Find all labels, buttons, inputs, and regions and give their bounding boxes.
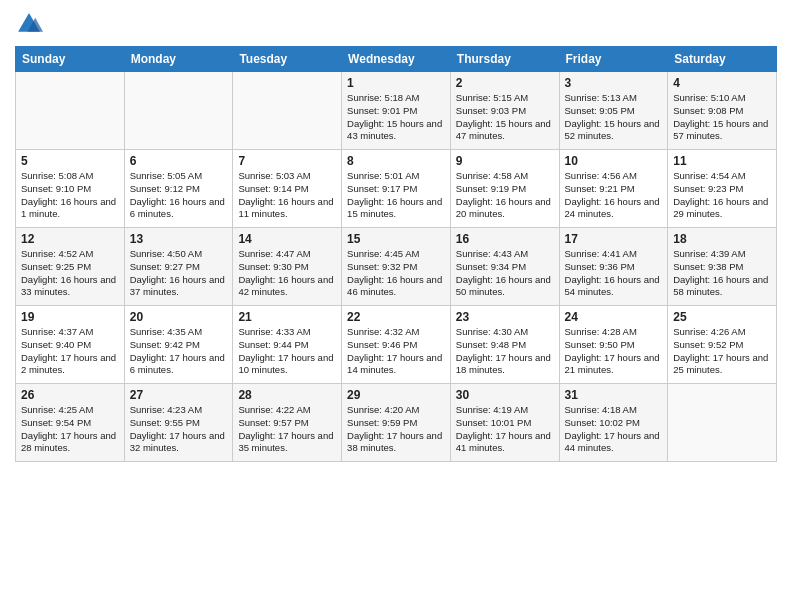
- calendar-cell: [124, 72, 233, 150]
- calendar-cell: 26Sunrise: 4:25 AM Sunset: 9:54 PM Dayli…: [16, 384, 125, 462]
- day-info: Sunrise: 4:39 AM Sunset: 9:38 PM Dayligh…: [673, 248, 771, 299]
- calendar-week-1: 1Sunrise: 5:18 AM Sunset: 9:01 PM Daylig…: [16, 72, 777, 150]
- calendar-cell: 30Sunrise: 4:19 AM Sunset: 10:01 PM Dayl…: [450, 384, 559, 462]
- calendar-cell: [668, 384, 777, 462]
- calendar-cell: 13Sunrise: 4:50 AM Sunset: 9:27 PM Dayli…: [124, 228, 233, 306]
- day-number: 18: [673, 232, 771, 246]
- calendar-week-3: 12Sunrise: 4:52 AM Sunset: 9:25 PM Dayli…: [16, 228, 777, 306]
- calendar-cell: 29Sunrise: 4:20 AM Sunset: 9:59 PM Dayli…: [342, 384, 451, 462]
- day-info: Sunrise: 4:37 AM Sunset: 9:40 PM Dayligh…: [21, 326, 119, 377]
- day-info: Sunrise: 4:41 AM Sunset: 9:36 PM Dayligh…: [565, 248, 663, 299]
- day-header-thursday: Thursday: [450, 47, 559, 72]
- calendar-cell: 28Sunrise: 4:22 AM Sunset: 9:57 PM Dayli…: [233, 384, 342, 462]
- calendar-cell: 11Sunrise: 4:54 AM Sunset: 9:23 PM Dayli…: [668, 150, 777, 228]
- day-info: Sunrise: 4:58 AM Sunset: 9:19 PM Dayligh…: [456, 170, 554, 221]
- day-number: 6: [130, 154, 228, 168]
- day-info: Sunrise: 4:22 AM Sunset: 9:57 PM Dayligh…: [238, 404, 336, 455]
- day-info: Sunrise: 5:05 AM Sunset: 9:12 PM Dayligh…: [130, 170, 228, 221]
- calendar-cell: 4Sunrise: 5:10 AM Sunset: 9:08 PM Daylig…: [668, 72, 777, 150]
- day-info: Sunrise: 4:56 AM Sunset: 9:21 PM Dayligh…: [565, 170, 663, 221]
- calendar-cell: 31Sunrise: 4:18 AM Sunset: 10:02 PM Dayl…: [559, 384, 668, 462]
- day-info: Sunrise: 4:33 AM Sunset: 9:44 PM Dayligh…: [238, 326, 336, 377]
- day-header-tuesday: Tuesday: [233, 47, 342, 72]
- calendar-cell: [233, 72, 342, 150]
- day-info: Sunrise: 4:35 AM Sunset: 9:42 PM Dayligh…: [130, 326, 228, 377]
- day-info: Sunrise: 4:28 AM Sunset: 9:50 PM Dayligh…: [565, 326, 663, 377]
- day-number: 20: [130, 310, 228, 324]
- day-number: 14: [238, 232, 336, 246]
- day-number: 29: [347, 388, 445, 402]
- calendar-cell: 12Sunrise: 4:52 AM Sunset: 9:25 PM Dayli…: [16, 228, 125, 306]
- day-number: 9: [456, 154, 554, 168]
- calendar-cell: 5Sunrise: 5:08 AM Sunset: 9:10 PM Daylig…: [16, 150, 125, 228]
- calendar-cell: 22Sunrise: 4:32 AM Sunset: 9:46 PM Dayli…: [342, 306, 451, 384]
- calendar-cell: [16, 72, 125, 150]
- day-info: Sunrise: 4:23 AM Sunset: 9:55 PM Dayligh…: [130, 404, 228, 455]
- calendar-cell: 16Sunrise: 4:43 AM Sunset: 9:34 PM Dayli…: [450, 228, 559, 306]
- day-number: 7: [238, 154, 336, 168]
- calendar-cell: 17Sunrise: 4:41 AM Sunset: 9:36 PM Dayli…: [559, 228, 668, 306]
- calendar-header-row: SundayMondayTuesdayWednesdayThursdayFrid…: [16, 47, 777, 72]
- calendar-cell: 15Sunrise: 4:45 AM Sunset: 9:32 PM Dayli…: [342, 228, 451, 306]
- day-info: Sunrise: 4:52 AM Sunset: 9:25 PM Dayligh…: [21, 248, 119, 299]
- day-header-monday: Monday: [124, 47, 233, 72]
- day-info: Sunrise: 5:03 AM Sunset: 9:14 PM Dayligh…: [238, 170, 336, 221]
- day-info: Sunrise: 4:30 AM Sunset: 9:48 PM Dayligh…: [456, 326, 554, 377]
- calendar-cell: 6Sunrise: 5:05 AM Sunset: 9:12 PM Daylig…: [124, 150, 233, 228]
- calendar-cell: 20Sunrise: 4:35 AM Sunset: 9:42 PM Dayli…: [124, 306, 233, 384]
- calendar-cell: 3Sunrise: 5:13 AM Sunset: 9:05 PM Daylig…: [559, 72, 668, 150]
- day-number: 25: [673, 310, 771, 324]
- day-info: Sunrise: 5:01 AM Sunset: 9:17 PM Dayligh…: [347, 170, 445, 221]
- day-info: Sunrise: 5:13 AM Sunset: 9:05 PM Dayligh…: [565, 92, 663, 143]
- day-number: 12: [21, 232, 119, 246]
- calendar-table: SundayMondayTuesdayWednesdayThursdayFrid…: [15, 46, 777, 462]
- calendar-week-5: 26Sunrise: 4:25 AM Sunset: 9:54 PM Dayli…: [16, 384, 777, 462]
- day-info: Sunrise: 4:32 AM Sunset: 9:46 PM Dayligh…: [347, 326, 445, 377]
- day-info: Sunrise: 5:18 AM Sunset: 9:01 PM Dayligh…: [347, 92, 445, 143]
- calendar-cell: 21Sunrise: 4:33 AM Sunset: 9:44 PM Dayli…: [233, 306, 342, 384]
- day-header-sunday: Sunday: [16, 47, 125, 72]
- day-info: Sunrise: 4:45 AM Sunset: 9:32 PM Dayligh…: [347, 248, 445, 299]
- day-number: 10: [565, 154, 663, 168]
- day-number: 16: [456, 232, 554, 246]
- calendar-page: SundayMondayTuesdayWednesdayThursdayFrid…: [0, 0, 792, 612]
- calendar-cell: 14Sunrise: 4:47 AM Sunset: 9:30 PM Dayli…: [233, 228, 342, 306]
- day-info: Sunrise: 4:19 AM Sunset: 10:01 PM Daylig…: [456, 404, 554, 455]
- day-info: Sunrise: 4:47 AM Sunset: 9:30 PM Dayligh…: [238, 248, 336, 299]
- calendar-cell: 25Sunrise: 4:26 AM Sunset: 9:52 PM Dayli…: [668, 306, 777, 384]
- calendar-body: 1Sunrise: 5:18 AM Sunset: 9:01 PM Daylig…: [16, 72, 777, 462]
- day-number: 3: [565, 76, 663, 90]
- header: [15, 10, 777, 38]
- day-number: 24: [565, 310, 663, 324]
- day-number: 19: [21, 310, 119, 324]
- calendar-cell: 19Sunrise: 4:37 AM Sunset: 9:40 PM Dayli…: [16, 306, 125, 384]
- day-number: 26: [21, 388, 119, 402]
- day-number: 1: [347, 76, 445, 90]
- day-number: 11: [673, 154, 771, 168]
- calendar-cell: 8Sunrise: 5:01 AM Sunset: 9:17 PM Daylig…: [342, 150, 451, 228]
- day-number: 21: [238, 310, 336, 324]
- day-number: 8: [347, 154, 445, 168]
- calendar-cell: 24Sunrise: 4:28 AM Sunset: 9:50 PM Dayli…: [559, 306, 668, 384]
- calendar-cell: 23Sunrise: 4:30 AM Sunset: 9:48 PM Dayli…: [450, 306, 559, 384]
- day-info: Sunrise: 4:50 AM Sunset: 9:27 PM Dayligh…: [130, 248, 228, 299]
- day-number: 5: [21, 154, 119, 168]
- day-info: Sunrise: 4:43 AM Sunset: 9:34 PM Dayligh…: [456, 248, 554, 299]
- day-number: 27: [130, 388, 228, 402]
- calendar-cell: 2Sunrise: 5:15 AM Sunset: 9:03 PM Daylig…: [450, 72, 559, 150]
- day-info: Sunrise: 5:10 AM Sunset: 9:08 PM Dayligh…: [673, 92, 771, 143]
- day-info: Sunrise: 4:54 AM Sunset: 9:23 PM Dayligh…: [673, 170, 771, 221]
- day-info: Sunrise: 4:18 AM Sunset: 10:02 PM Daylig…: [565, 404, 663, 455]
- day-number: 30: [456, 388, 554, 402]
- day-number: 13: [130, 232, 228, 246]
- day-number: 22: [347, 310, 445, 324]
- calendar-cell: 1Sunrise: 5:18 AM Sunset: 9:01 PM Daylig…: [342, 72, 451, 150]
- logo-icon: [15, 10, 43, 38]
- calendar-cell: 10Sunrise: 4:56 AM Sunset: 9:21 PM Dayli…: [559, 150, 668, 228]
- day-number: 17: [565, 232, 663, 246]
- calendar-week-2: 5Sunrise: 5:08 AM Sunset: 9:10 PM Daylig…: [16, 150, 777, 228]
- day-header-saturday: Saturday: [668, 47, 777, 72]
- day-header-wednesday: Wednesday: [342, 47, 451, 72]
- day-info: Sunrise: 4:20 AM Sunset: 9:59 PM Dayligh…: [347, 404, 445, 455]
- day-number: 31: [565, 388, 663, 402]
